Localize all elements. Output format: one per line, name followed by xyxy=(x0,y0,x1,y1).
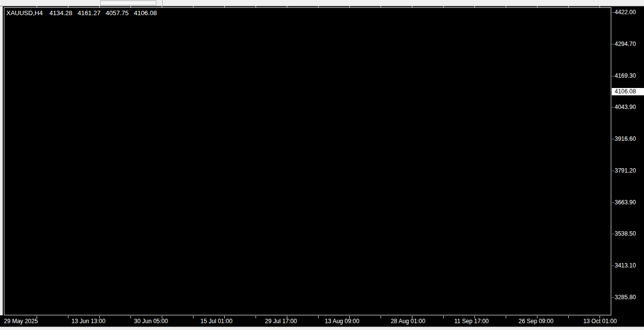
chart-title: XAUUSD,H4 4134.28 4161.27 4057.75 4106.0… xyxy=(6,9,160,17)
high-value: 4161.27 xyxy=(78,9,101,17)
price-tick-label: 3791.20 xyxy=(615,167,636,174)
plot-frame xyxy=(4,7,611,315)
time-tick-label: 28 Aug 01:00 xyxy=(391,318,426,325)
current-price-badge: 4106.08 xyxy=(612,88,644,95)
close-value: 4106.08 xyxy=(134,9,157,17)
price-tick-label: 4169.30 xyxy=(615,72,636,79)
symbol-period-label: XAUUSD,H4 xyxy=(6,9,43,17)
mt4-chart-window: XAUUSD,H4 4134.28 4161.27 4057.75 4106.0… xyxy=(0,0,644,330)
time-tick-label: 13 Oct 01:00 xyxy=(583,318,617,325)
price-tick-label: 4422.00 xyxy=(615,9,636,16)
price-tick-label: 3916.60 xyxy=(615,135,636,142)
open-value: 4134.28 xyxy=(49,9,72,17)
time-tick-label: 11 Sep 17:00 xyxy=(454,318,489,325)
time-tick-label: 15 Jul 01:00 xyxy=(200,318,232,325)
price-tick-label: 3538.50 xyxy=(615,230,636,237)
price-axis[interactable] xyxy=(612,7,644,315)
price-tick-label: 4294.70 xyxy=(615,41,636,47)
price-tick-label: 3285.80 xyxy=(615,294,636,301)
price-tick-label: 3663.90 xyxy=(615,199,636,206)
time-tick-label: 29 Jul 17:00 xyxy=(265,318,297,325)
time-tick-label: 13 Aug 09:00 xyxy=(325,318,360,325)
low-value: 4057.75 xyxy=(106,9,129,17)
time-tick-label: 29 May 2025 xyxy=(4,318,38,325)
price-tick-label: 4043.90 xyxy=(615,104,636,110)
time-tick-label: 30 Jun 05:00 xyxy=(134,318,168,325)
time-tick-label: 13 Jun 13:00 xyxy=(71,318,105,325)
price-tick-label: 3413.10 xyxy=(615,262,636,269)
time-tick-label: 26 Sep 09:00 xyxy=(518,318,553,325)
